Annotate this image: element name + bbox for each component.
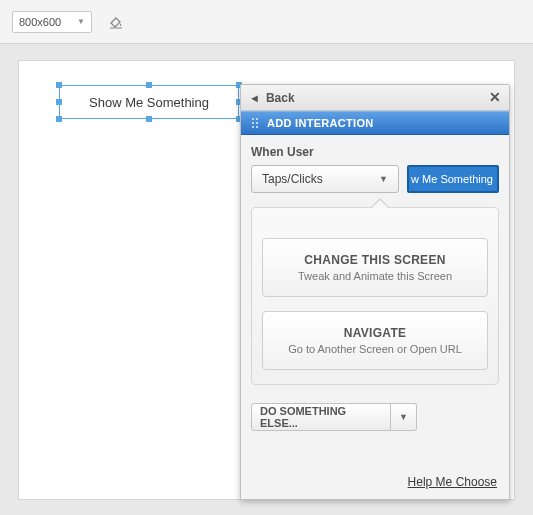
target-element-chip[interactable]: w Me Something bbox=[407, 165, 499, 193]
target-chip-text: w Me Something bbox=[411, 173, 493, 185]
paint-bucket-icon[interactable] bbox=[106, 12, 126, 32]
chevron-down-icon: ▼ bbox=[379, 174, 388, 184]
panel-title-bar: ADD INTERACTION bbox=[241, 111, 509, 135]
do-something-else-row: DO SOMETHING ELSE... ▼ bbox=[251, 403, 499, 431]
selected-widget-button[interactable]: Show Me Something bbox=[59, 85, 239, 119]
chevron-down-icon: ▼ bbox=[399, 412, 408, 422]
chevron-down-icon: ▼ bbox=[77, 17, 85, 26]
option-title: CHANGE THIS SCREEN bbox=[271, 253, 479, 267]
canvas-size-select[interactable]: 800x600 ▼ bbox=[12, 11, 92, 33]
option-change-screen[interactable]: CHANGE THIS SCREEN Tweak and Animate thi… bbox=[262, 238, 488, 297]
trigger-select[interactable]: Taps/Clicks ▼ bbox=[251, 165, 399, 193]
back-arrow-icon[interactable]: ◄ bbox=[249, 92, 260, 104]
resize-handle[interactable] bbox=[56, 116, 62, 122]
option-title: NAVIGATE bbox=[271, 326, 479, 340]
resize-handle[interactable] bbox=[146, 116, 152, 122]
resize-handle[interactable] bbox=[146, 82, 152, 88]
close-icon[interactable]: ✕ bbox=[489, 89, 501, 105]
back-label[interactable]: Back bbox=[266, 91, 295, 105]
option-navigate[interactable]: NAVIGATE Go to Another Screen or Open UR… bbox=[262, 311, 488, 370]
panel-header: ◄ Back ✕ bbox=[241, 85, 509, 111]
panel-body: When User Taps/Clicks ▼ w Me Something C… bbox=[241, 135, 509, 499]
do-something-else-button[interactable]: DO SOMETHING ELSE... bbox=[251, 403, 391, 431]
when-user-label: When User bbox=[251, 145, 499, 159]
resize-handle[interactable] bbox=[56, 82, 62, 88]
top-toolbar: 800x600 ▼ bbox=[0, 0, 533, 44]
canvas-size-value: 800x600 bbox=[19, 16, 61, 28]
trigger-value: Taps/Clicks bbox=[262, 172, 323, 186]
option-subtitle: Go to Another Screen or Open URL bbox=[271, 343, 479, 355]
interaction-panel: ◄ Back ✕ ADD INTERACTION When User Taps/… bbox=[240, 84, 510, 500]
resize-handle[interactable] bbox=[56, 99, 62, 105]
widget-label: Show Me Something bbox=[89, 95, 209, 110]
panel-title: ADD INTERACTION bbox=[267, 117, 374, 129]
help-label: Help Me Choose bbox=[408, 475, 497, 489]
help-me-choose-link[interactable]: Help Me Choose bbox=[408, 475, 497, 489]
else-label: DO SOMETHING ELSE... bbox=[260, 405, 382, 429]
drag-grip-icon[interactable] bbox=[251, 117, 259, 129]
option-subtitle: Tweak and Animate this Screen bbox=[271, 270, 479, 282]
trigger-row: Taps/Clicks ▼ w Me Something bbox=[251, 165, 499, 193]
options-balloon: CHANGE THIS SCREEN Tweak and Animate thi… bbox=[251, 207, 499, 385]
do-something-else-dropdown[interactable]: ▼ bbox=[391, 403, 417, 431]
